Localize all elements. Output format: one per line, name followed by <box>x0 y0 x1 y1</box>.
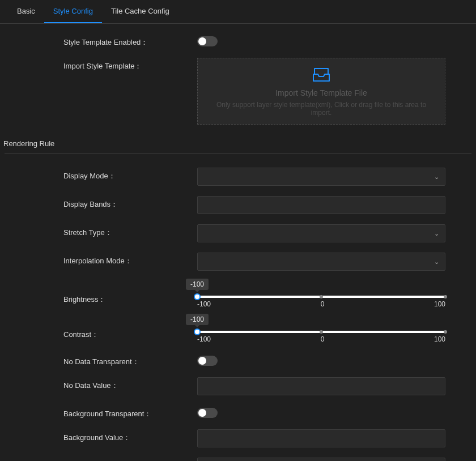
brightness-min: -100 <box>197 300 211 308</box>
import-style-template-dropzone[interactable]: Import Style Template File Only support … <box>197 58 445 125</box>
rendering-rule-header: Rendering Rule <box>0 135 476 153</box>
tab-tile-cache-config[interactable]: Tile Cache Config <box>102 1 178 23</box>
toggle-knob <box>198 409 206 417</box>
slider-track <box>197 331 445 333</box>
import-style-template-label: Import Style Template： <box>0 58 197 71</box>
brightness-max: 100 <box>434 300 445 308</box>
toggle-knob <box>198 37 206 45</box>
dropzone-subtitle: Only support layer style template(xml), … <box>209 101 434 117</box>
nodata-value-input[interactable] <box>197 377 445 395</box>
slider-tick-mid <box>320 330 323 334</box>
slider-scale: -100 0 100 <box>197 300 445 308</box>
elevation-datatype-label: Elevation DataType： <box>0 458 197 461</box>
style-template-section: Style Template Enabled： Import Style Tem… <box>0 24 476 125</box>
chevron-down-icon: ⌄ <box>434 258 439 266</box>
style-template-enabled-label: Style Template Enabled： <box>0 34 197 48</box>
stretch-type-select[interactable]: ⌄ <box>197 224 445 242</box>
background-value-label: Background Value： <box>0 429 197 443</box>
dropzone-title: Import Style Template File <box>275 88 367 97</box>
toggle-knob <box>198 357 206 365</box>
interpolation-mode-select[interactable]: ⌄ <box>197 253 445 271</box>
slider-tick-end <box>444 330 447 334</box>
contrast-slider[interactable]: -100 -100 0 100 <box>197 316 445 343</box>
brightness-slider[interactable]: -100 -100 0 100 <box>197 281 445 308</box>
interpolation-mode-label: Interpolation Mode： <box>0 253 197 266</box>
rendering-rule-section: Display Mode： ⌄ Display Bands： Stretch T… <box>0 168 476 461</box>
nodata-value-label: No Data Value： <box>0 377 197 391</box>
contrast-mid: 0 <box>321 335 325 343</box>
display-mode-label: Display Mode： <box>0 168 197 181</box>
slider-tick-end <box>444 295 447 298</box>
display-bands-input[interactable] <box>197 196 445 214</box>
background-value-input[interactable] <box>197 429 445 447</box>
tabs-bar: Basic Style Config Tile Cache Config <box>0 0 476 24</box>
style-template-enabled-toggle[interactable] <box>197 36 218 46</box>
contrast-label: Contrast： <box>0 316 197 340</box>
nodata-transparent-label: No Data Transparent： <box>0 353 197 367</box>
nodata-transparent-toggle[interactable] <box>197 356 218 366</box>
slider-scale: -100 0 100 <box>197 335 445 343</box>
display-mode-select[interactable]: ⌄ <box>197 168 445 186</box>
elevation-datatype-select[interactable]: ⌄ <box>197 458 445 461</box>
contrast-min: -100 <box>197 335 211 343</box>
brightness-tooltip: -100 <box>186 279 209 290</box>
stretch-type-label: Stretch Type： <box>0 224 197 238</box>
brightness-mid: 0 <box>321 300 325 308</box>
inbox-icon <box>312 66 330 84</box>
chevron-down-icon: ⌄ <box>434 173 439 181</box>
brightness-slider-handle[interactable] <box>194 293 201 300</box>
slider-track <box>197 296 445 298</box>
display-bands-label: Display Bands： <box>0 196 197 210</box>
brightness-label: Brightness： <box>0 281 197 305</box>
background-transparent-label: Background Transparent： <box>0 405 197 419</box>
background-transparent-toggle[interactable] <box>197 408 218 418</box>
tab-basic[interactable]: Basic <box>8 1 44 23</box>
slider-tick-mid <box>320 295 323 298</box>
contrast-max: 100 <box>434 335 445 343</box>
contrast-tooltip: -100 <box>186 314 209 325</box>
chevron-down-icon: ⌄ <box>434 230 439 237</box>
contrast-slider-handle[interactable] <box>194 328 201 335</box>
section-divider <box>5 153 471 154</box>
tab-style-config[interactable]: Style Config <box>44 1 102 23</box>
